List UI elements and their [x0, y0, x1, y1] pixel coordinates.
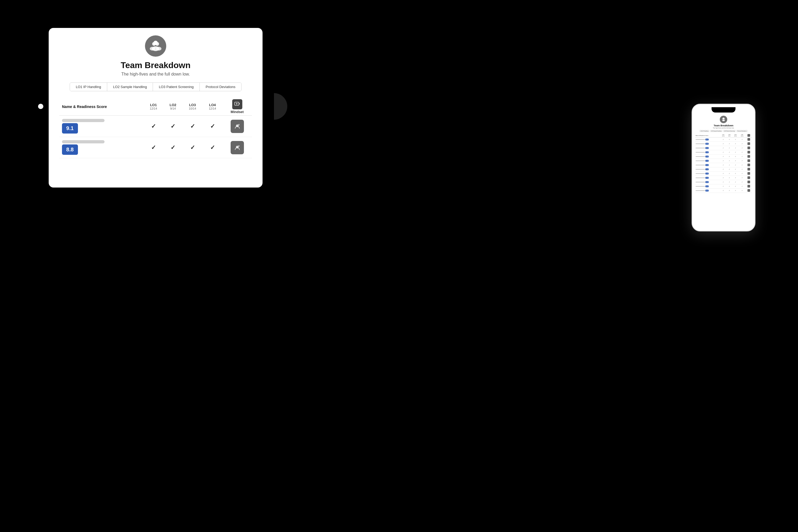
tab-protocol-deviations[interactable]: Protocol Deviations	[200, 83, 241, 91]
ph-name-bar	[696, 165, 705, 166]
ph-name-cell: 8.2	[695, 146, 720, 150]
ph-lo3: ✓	[732, 167, 739, 171]
tab-lo3[interactable]: LO3 Patient Screening	[153, 83, 200, 91]
ph-mindset	[745, 137, 752, 141]
phone-notch	[711, 107, 736, 113]
ph-lo1: ✓	[720, 137, 727, 141]
ph-lo2: ✓	[726, 158, 732, 163]
phone-table-row: 7.2 ✓ ✓ ✓ ✓	[695, 167, 752, 171]
tab-lo2[interactable]: LO2 Sample Handling	[107, 83, 153, 91]
phone-table-row: 8.8 ✓ ✓ ✓ ✓	[695, 141, 752, 146]
ph-lo2: ✓	[726, 163, 732, 167]
phone-tab-lo2[interactable]: LO2 Sample Handling	[710, 130, 722, 132]
ph-lo1: ✓	[720, 154, 727, 158]
phone-tab-lo1[interactable]: LO1 IP Handling	[699, 130, 709, 132]
ph-lo1: ✓	[720, 150, 727, 154]
ph-lo4: ✓	[739, 175, 745, 180]
ph-lo3: ✓	[732, 158, 739, 163]
ph-mindset	[745, 163, 752, 167]
mindset-cell-icon	[231, 120, 244, 133]
ph-mindset-cell-icon	[747, 176, 750, 179]
app-logo	[145, 35, 166, 57]
ph-lo2: ✓	[726, 137, 732, 141]
ph-lo2: ✓	[726, 154, 732, 158]
tab-lo1[interactable]: LO1 IP Handling	[70, 83, 107, 91]
ph-name-cell: 8.2	[695, 188, 720, 193]
name-bar	[62, 119, 104, 122]
ph-name-cell: 7.2	[695, 167, 720, 171]
ph-score-badge: 7.0	[705, 177, 709, 179]
ph-name-cell: 9.1	[695, 137, 720, 141]
phone-table-row: 7.5 ✓ ✓ ✓ ✓	[695, 158, 752, 163]
ph-lo1: ✓	[720, 141, 727, 146]
ph-lo1: ✓	[720, 163, 727, 167]
ph-mindset	[745, 184, 752, 188]
col-header-lo1: LO1 12/14	[144, 98, 163, 116]
ph-lo3: ✓	[732, 175, 739, 180]
ph-name-cell: 7.0	[695, 171, 720, 175]
ph-score-badge: 7.5	[705, 160, 709, 162]
mindset-cell-icon	[231, 141, 244, 154]
score-badge: 8.8	[62, 145, 78, 155]
ph-lo4: ✓	[739, 188, 745, 193]
ph-name-bar	[696, 156, 705, 157]
check-icon: ✓	[151, 123, 156, 130]
ph-score-badge: 5.5	[705, 185, 709, 187]
nav-dot-left	[38, 104, 43, 109]
lo2-cell: ✓	[163, 116, 183, 137]
score-badge: 9.1	[62, 123, 78, 134]
ph-lo3: ✓	[732, 150, 739, 154]
phone-mindset-icon	[747, 134, 750, 137]
phone-screen: Team Breakdown The high-fives and the fu…	[692, 114, 755, 231]
check-icon: ✓	[171, 144, 175, 151]
ph-mindset	[745, 154, 752, 158]
phone-table-row: 8.2 ✓ ✓ ✓ ✓	[695, 146, 752, 150]
ph-name-cell: 7.9	[695, 150, 720, 154]
ph-mindset-cell-icon	[747, 164, 750, 166]
phone-tab-bar: LO1 IP Handling LO2 Sample Handling LO3 …	[699, 130, 747, 132]
ph-name-bar	[696, 139, 705, 140]
check-icon: ✓	[190, 123, 195, 130]
ph-mindset	[745, 158, 752, 163]
ph-score-badge: 8.2	[705, 147, 709, 149]
mindset-cell	[222, 137, 252, 158]
svg-point-15	[722, 119, 725, 121]
mindset-cell	[222, 116, 252, 137]
lo1-cell: ✓	[144, 116, 163, 137]
ph-mindset-cell-icon	[747, 155, 750, 158]
col-header-lo2: LO2 9/14	[163, 98, 183, 116]
ph-lo3: ✓	[732, 146, 739, 150]
ph-mindset-cell-icon	[747, 151, 750, 153]
ph-name-bar	[696, 182, 705, 183]
ph-name-bar	[696, 144, 705, 144]
tablet-side-button	[274, 93, 287, 120]
phone-tab-protocol[interactable]: Protocol Deviations	[736, 130, 747, 132]
ph-col-lo4: LO412/14	[739, 134, 745, 137]
svg-point-4	[150, 47, 155, 51]
ph-lo3: ✓	[732, 188, 739, 193]
phone-table-row: 7.0 ✓ ✓ ✓ ✓	[695, 175, 752, 180]
ph-lo4: ✓	[739, 180, 745, 184]
ph-lo2: ✓	[726, 146, 732, 150]
ph-mindset	[745, 150, 752, 154]
name-bar	[62, 140, 104, 144]
ph-lo2: ✓	[726, 167, 732, 171]
phone-tab-lo3[interactable]: LO3 Patient Screening	[723, 130, 736, 132]
ph-lo2: ✓	[726, 184, 732, 188]
name-cell: 8.8	[59, 137, 144, 158]
ph-col-name: Name & Readiness Score	[695, 134, 720, 137]
name-cell: 9.1	[59, 116, 144, 137]
tab-bar: LO1 IP Handling LO2 Sample Handling LO3 …	[70, 82, 242, 91]
ph-name-cell: 7.0	[695, 175, 720, 180]
ph-mindset-cell-icon	[747, 159, 750, 162]
ph-lo4: ✓	[739, 141, 745, 146]
col-header-lo3: LO3 10/14	[183, 98, 203, 116]
ph-name-bar	[696, 169, 705, 170]
check-icon: ✓	[210, 123, 215, 130]
svg-point-2	[153, 41, 158, 45]
tablet-device: Team Breakdown The high-fives and the fu…	[49, 28, 263, 188]
ph-score-badge: 7.2	[705, 168, 709, 170]
ph-lo1: ✓	[720, 180, 727, 184]
ph-mindset-cell-icon	[747, 172, 750, 175]
ph-mindset	[745, 180, 752, 184]
